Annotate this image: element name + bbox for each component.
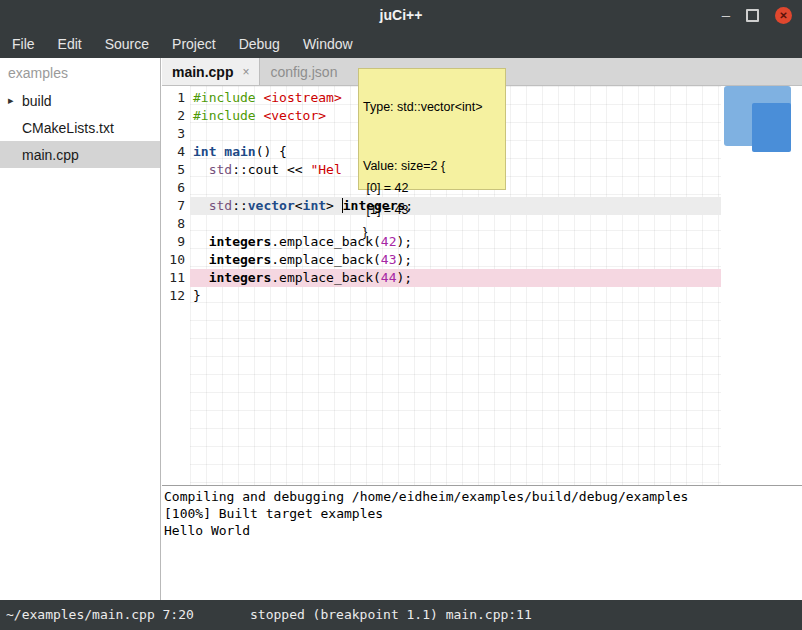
tab-label: config.json — [270, 64, 337, 80]
minimize-icon[interactable]: – — [722, 0, 730, 30]
terminal-line: Hello World — [164, 522, 802, 539]
status-debug-state: stopped (breakpoint 1.1) main.cpp:11 — [250, 600, 532, 630]
expander-icon[interactable]: ▸ — [8, 94, 22, 107]
line-number: 12 — [162, 287, 190, 305]
restore-icon[interactable] — [746, 9, 759, 22]
tooltip-value-line: } — [363, 221, 501, 243]
tree-item-main-cpp[interactable]: main.cpp — [0, 141, 160, 168]
code-segment: #include — [193, 90, 263, 105]
code-segment: #include — [193, 108, 263, 123]
code-segment: std — [209, 198, 232, 213]
menubar: FileEditSourceProjectDebugWindow — [0, 30, 802, 58]
menu-item-debug[interactable]: Debug — [239, 36, 280, 52]
terminal-line: Compiling and debugging /home/eidheim/ex… — [164, 488, 802, 505]
project-name-label: examples — [0, 58, 160, 87]
line-number: 1 — [162, 89, 190, 107]
close-icon[interactable]: ✕ — [775, 7, 792, 24]
code-line: 12} — [162, 287, 802, 305]
window-title: juCi++ — [0, 0, 802, 30]
line-number: 4 — [162, 143, 190, 161]
line-number: 3 — [162, 125, 190, 143]
code-segment: :: — [232, 162, 248, 177]
line-number: 7 — [162, 197, 190, 215]
code-segment: vector — [248, 198, 295, 213]
tooltip-value-line: Value: size=2 { — [363, 155, 501, 177]
code-segment: integers — [209, 252, 272, 267]
code-segment — [193, 162, 209, 177]
code-segment: int — [193, 144, 216, 159]
titlebar: juCi++ – ✕ — [0, 0, 802, 30]
tree-item-label: build — [22, 93, 52, 109]
menu-item-window[interactable]: Window — [303, 36, 353, 52]
terminal-line: [100%] Built target examples — [164, 505, 802, 522]
tab-label: main.cpp — [172, 64, 233, 80]
code-segment: integers — [209, 234, 272, 249]
file-tree: ▸buildCMakeLists.txtmain.cpp — [0, 87, 160, 168]
code-segment: () { — [256, 144, 287, 159]
code-segment — [193, 234, 209, 249]
tree-item-label: CMakeLists.txt — [22, 120, 114, 136]
line-number: 10 — [162, 251, 190, 269]
line-number: 9 — [162, 233, 190, 251]
overview-thumb[interactable] — [752, 103, 791, 152]
code-segment: ); — [397, 270, 413, 285]
statusbar: ~/examples/main.cpp 7:20 stopped (breakp… — [0, 600, 802, 630]
code-segment: integers — [209, 270, 272, 285]
menu-item-edit[interactable]: Edit — [58, 36, 82, 52]
code-segment: .emplace_back( — [271, 270, 381, 285]
code-segment: cout — [248, 162, 279, 177]
code-segment: } — [193, 288, 201, 303]
code-segment: main — [224, 144, 255, 159]
code-text[interactable]: integers.emplace_back(44); — [190, 269, 721, 287]
tree-item-build[interactable]: ▸build — [0, 87, 160, 114]
code-segment: <vector> — [263, 108, 326, 123]
tooltip-value-line: [0] = 42 — [363, 177, 501, 199]
code-segment: :: — [232, 198, 248, 213]
code-line: 11 integers.emplace_back(44); — [162, 269, 802, 287]
tab-main-cpp[interactable]: main.cpp× — [162, 58, 260, 85]
tree-item-label: main.cpp — [22, 147, 79, 163]
line-number: 6 — [162, 179, 190, 197]
terminal-output[interactable]: Compiling and debugging /home/eidheim/ex… — [162, 485, 802, 600]
menu-item-source[interactable]: Source — [105, 36, 149, 52]
debug-value-tooltip: Type: std::vector<int> Value: size=2 { [… — [358, 68, 506, 190]
code-segment: <iostream> — [263, 90, 341, 105]
line-number: 5 — [162, 161, 190, 179]
menu-item-file[interactable]: File — [12, 36, 35, 52]
line-number: 11 — [162, 269, 190, 287]
code-text[interactable]: } — [190, 287, 721, 305]
code-segment: > — [326, 198, 342, 213]
code-segment — [193, 198, 209, 213]
tooltip-value-line: [1] = 43 — [363, 199, 501, 221]
tooltip-value: Value: size=2 { [0] = 42 [1] = 43} — [363, 155, 501, 243]
code-segment: int — [303, 198, 326, 213]
code-segment: 44 — [381, 270, 397, 285]
tab-close-icon[interactable]: × — [242, 65, 249, 79]
status-file-position: ~/examples/main.cpp 7:20 — [6, 600, 194, 630]
line-number: 8 — [162, 215, 190, 233]
tree-item-cmakelists-txt[interactable]: CMakeLists.txt — [0, 114, 160, 141]
tooltip-type-line: Type: std::vector<int> — [363, 100, 501, 114]
code-segment: "Hel — [310, 162, 341, 177]
code-segment: < — [295, 198, 303, 213]
app-window: juCi++ – ✕ FileEditSourceProjectDebugWin… — [0, 0, 802, 630]
code-segment — [193, 270, 209, 285]
menu-item-project[interactable]: Project — [172, 36, 216, 52]
code-segment: << — [279, 162, 310, 177]
window-controls: – ✕ — [722, 0, 792, 30]
file-browser-panel: examples ▸buildCMakeLists.txtmain.cpp — [0, 58, 161, 600]
code-segment — [193, 252, 209, 267]
code-segment: std — [209, 162, 232, 177]
tab-config-json[interactable]: config.json — [260, 58, 347, 85]
line-number: 2 — [162, 107, 190, 125]
